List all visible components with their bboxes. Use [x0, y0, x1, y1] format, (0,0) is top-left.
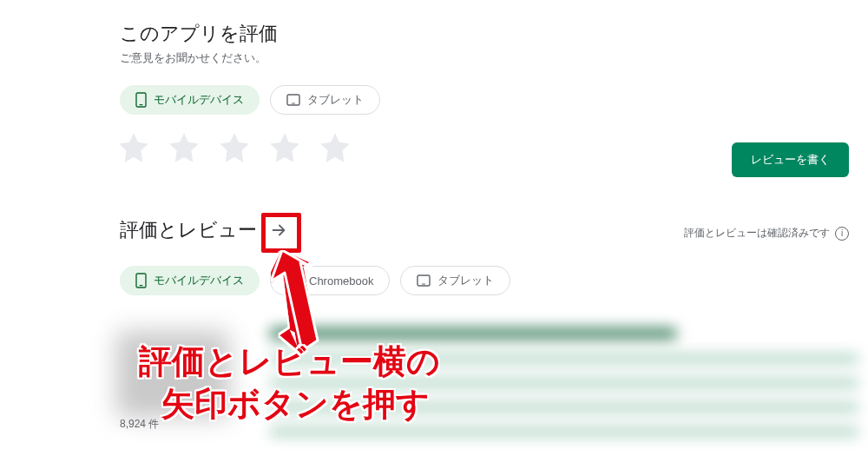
blurred-rating-summary	[113, 327, 861, 456]
chip-label: タブレット	[437, 273, 494, 288]
info-icon[interactable]: i	[835, 227, 849, 241]
tablet-icon	[417, 274, 431, 287]
smartphone-icon	[135, 273, 147, 288]
star-icon[interactable]	[217, 130, 252, 165]
svg-rect-8	[422, 284, 425, 285]
device-chip-row-rate: モバイルデバイス タブレット	[120, 85, 868, 115]
tablet-icon	[286, 94, 300, 106]
review-count: 8,924 件	[120, 417, 159, 432]
annotation-line-1: 評価とレビュー横の	[139, 340, 440, 383]
reviews-verified-note: 評価とレビューは確認済みです i	[684, 226, 849, 241]
chip-label: モバイルデバイス	[154, 92, 244, 108]
rate-app-title: このアプリを評価	[120, 21, 868, 47]
svg-rect-5	[140, 285, 143, 286]
chip-mobile-device[interactable]: モバイルデバイス	[120, 85, 260, 115]
chip-label: タブレット	[307, 92, 364, 108]
device-chip-row-reviews: モバイルデバイス Chromebook タブレット	[120, 266, 868, 295]
reviews-section-title: 評価とレビュー	[120, 217, 257, 243]
star-icon[interactable]	[116, 130, 151, 165]
star-icon[interactable]	[318, 130, 352, 165]
chip-label: モバイルデバイス	[154, 273, 244, 288]
chip-label: Chromebook	[309, 274, 373, 287]
chip-mobile-device-reviews[interactable]: モバイルデバイス	[120, 266, 260, 295]
arrow-right-icon	[269, 221, 288, 240]
rate-app-subtitle: ご意見をお聞かせください。	[120, 50, 868, 66]
chip-chromebook[interactable]: Chromebook	[270, 266, 390, 295]
reviews-arrow-button[interactable]	[264, 215, 293, 245]
laptop-icon	[286, 274, 302, 287]
write-review-button[interactable]: レビューを書く	[732, 142, 849, 177]
annotation-line-2: 矢印ボタンを押す	[139, 383, 440, 426]
chip-tablet-reviews[interactable]: タブレット	[400, 266, 510, 295]
svg-rect-6	[289, 276, 300, 284]
star-icon[interactable]	[167, 130, 201, 165]
smartphone-icon	[135, 92, 147, 108]
svg-rect-3	[292, 103, 295, 104]
svg-rect-1	[140, 104, 143, 105]
verified-text: 評価とレビューは確認済みです	[684, 226, 830, 241]
chip-tablet[interactable]: タブレット	[270, 85, 380, 115]
annotation-text: 評価とレビュー横の 矢印ボタンを押す	[139, 340, 440, 426]
star-icon[interactable]	[267, 130, 302, 165]
